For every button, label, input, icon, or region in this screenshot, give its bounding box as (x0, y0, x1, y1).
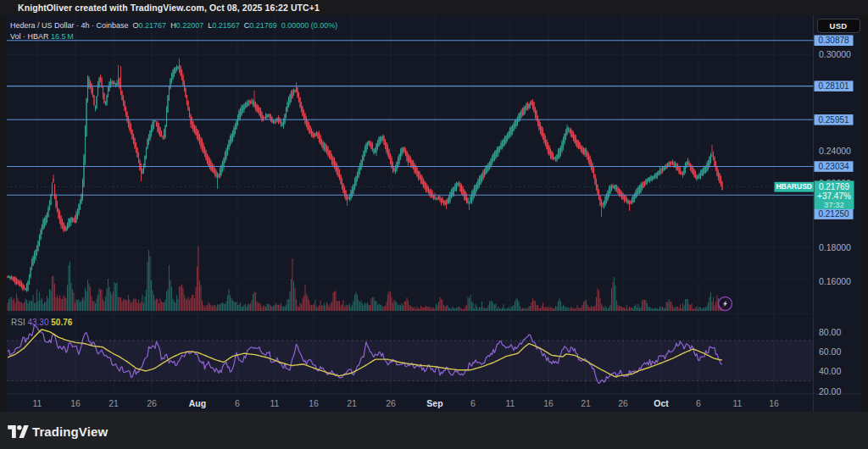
svg-text:40.00: 40.00 (819, 366, 841, 376)
svg-text:Aug: Aug (189, 398, 206, 408)
svg-text:6: 6 (470, 398, 476, 408)
svg-text:0.21250: 0.21250 (818, 209, 849, 219)
svg-text:0.18000: 0.18000 (819, 242, 851, 252)
svg-text:6: 6 (235, 398, 240, 408)
svg-text:80.00: 80.00 (819, 327, 841, 337)
svg-text:21: 21 (581, 398, 591, 408)
svg-text:26: 26 (386, 398, 396, 408)
svg-text:Oct: Oct (654, 398, 669, 408)
svg-text:0.30000: 0.30000 (819, 49, 851, 59)
svg-text:16: 16 (543, 398, 554, 408)
svg-text:11: 11 (733, 398, 743, 408)
svg-text:0.25951: 0.25951 (818, 115, 849, 125)
svg-text:0.21769: 0.21769 (819, 182, 850, 191)
svg-text:60.00: 60.00 (819, 346, 841, 357)
svg-text:0.16000: 0.16000 (819, 276, 851, 286)
svg-text:0.24000: 0.24000 (819, 146, 851, 156)
svg-text:HBARUSD: HBARUSD (776, 182, 812, 191)
svg-text:0.23034: 0.23034 (818, 162, 849, 171)
svg-text:26: 26 (618, 398, 628, 408)
svg-text:Sep: Sep (426, 398, 442, 408)
svg-text:26: 26 (147, 398, 157, 408)
svg-text:16: 16 (309, 398, 319, 408)
svg-text:21: 21 (108, 398, 119, 408)
svg-text:0.28101: 0.28101 (818, 81, 849, 91)
svg-text:11: 11 (270, 398, 280, 408)
svg-text:RSI 43.30 50.76: RSI 43.30 50.76 (11, 318, 73, 327)
svg-text:20.00: 20.00 (819, 386, 841, 396)
svg-text:11: 11 (33, 398, 42, 408)
svg-text:+37.47%: +37.47% (817, 191, 851, 201)
svg-text:11: 11 (506, 398, 515, 408)
svg-text:37:32: 37:32 (824, 200, 844, 209)
svg-text:16: 16 (70, 398, 81, 408)
svg-text:21: 21 (347, 398, 357, 408)
svg-text:6: 6 (696, 398, 701, 408)
svg-text:16: 16 (769, 398, 779, 408)
svg-text:0.30878: 0.30878 (818, 36, 849, 45)
